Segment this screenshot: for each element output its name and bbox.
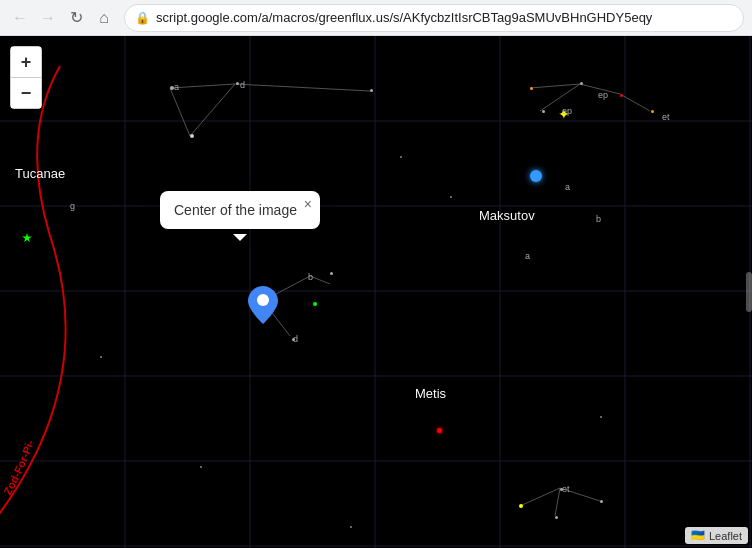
back-button[interactable]: ← <box>8 6 32 30</box>
svg-line-13 <box>170 84 235 88</box>
star-metis-red <box>437 428 442 433</box>
reload-button[interactable]: ↻ <box>64 6 88 30</box>
star-cam-4 <box>555 516 558 519</box>
svg-line-14 <box>235 84 370 91</box>
star-misc-2 <box>450 196 452 198</box>
star-label-d2: d <box>293 334 298 344</box>
svg-line-24 <box>520 488 560 506</box>
zoom-in-button[interactable]: + <box>11 47 41 77</box>
svg-line-16 <box>190 84 235 136</box>
star-misc-5 <box>200 466 202 468</box>
star-label-d1: d <box>240 80 245 90</box>
zoom-out-button[interactable]: − <box>11 78 41 108</box>
map-container[interactable]: Zod-For-Pi- ✦ ep ep et a d a <box>0 36 752 548</box>
star-center-2 <box>330 272 333 275</box>
popup: × Center of the image <box>160 191 320 229</box>
svg-line-26 <box>555 488 560 516</box>
forward-button[interactable]: → <box>36 6 60 30</box>
label-metis: Metis <box>415 386 446 401</box>
star-4 <box>190 134 194 138</box>
svg-line-17 <box>530 84 580 88</box>
flag-icon: 🇺🇦 <box>691 529 705 542</box>
star-label-a3: a <box>525 251 530 261</box>
star-7 <box>620 94 623 97</box>
star-5 <box>530 87 533 90</box>
star-misc-4 <box>600 416 602 418</box>
svg-line-15 <box>170 88 190 136</box>
url-text: script.google.com/a/macros/greenflux.us/… <box>156 10 652 25</box>
svg-line-21 <box>263 276 310 301</box>
star-misc-3 <box>100 356 102 358</box>
star-cam-3 <box>600 500 603 503</box>
nav-buttons: ← → ↻ ⌂ <box>8 6 116 30</box>
star-label-a2: a <box>565 182 570 192</box>
svg-line-19 <box>620 94 650 111</box>
star-cam-1 <box>519 504 523 508</box>
leaflet-label: Leaflet <box>709 530 742 542</box>
svg-text:Zod-For-Pi-: Zod-For-Pi- <box>1 438 36 497</box>
popup-text: Center of the image <box>174 202 297 218</box>
star-label-g1: g <box>70 201 75 211</box>
svg-point-27 <box>257 294 269 306</box>
browser-chrome: ← → ↻ ⌂ 🔒 script.google.com/a/macros/gre… <box>0 0 752 36</box>
home-button[interactable]: ⌂ <box>92 6 116 30</box>
label-tucanae: Tucanae <box>15 166 65 181</box>
label-maksutov: Maksutov <box>479 208 535 223</box>
star-label-a1: a <box>174 82 179 92</box>
grid-lines <box>0 36 752 548</box>
zoom-controls: + − <box>10 46 42 109</box>
svg-line-22 <box>263 301 290 336</box>
address-bar[interactable]: 🔒 script.google.com/a/macros/greenflux.u… <box>124 4 744 32</box>
star-misc-6 <box>350 526 352 528</box>
popup-close-button[interactable]: × <box>304 197 312 211</box>
star-label-ep3: et <box>662 112 670 122</box>
star-label-et2: et <box>562 484 570 494</box>
star-label-b1: b <box>596 214 601 224</box>
star-9 <box>542 110 545 113</box>
star-8 <box>651 110 654 113</box>
leaflet-badge[interactable]: 🇺🇦 Leaflet <box>685 527 748 544</box>
scroll-indicator[interactable] <box>746 272 752 312</box>
star-6 <box>580 82 583 85</box>
star-label-ep1: ep <box>598 90 608 100</box>
map-marker <box>248 286 278 328</box>
lock-icon: 🔒 <box>135 11 150 25</box>
ecliptic-arc: Zod-For-Pi- <box>0 36 752 548</box>
star-tucanae-asterisk <box>22 233 32 243</box>
star-label-b2: b <box>308 272 313 282</box>
star-3 <box>370 89 373 92</box>
star-misc-1 <box>400 156 402 158</box>
star-blue-large <box>530 170 542 182</box>
star-2 <box>236 82 239 85</box>
star-center-1 <box>313 302 317 306</box>
star-label-ep2: ep <box>562 106 572 116</box>
